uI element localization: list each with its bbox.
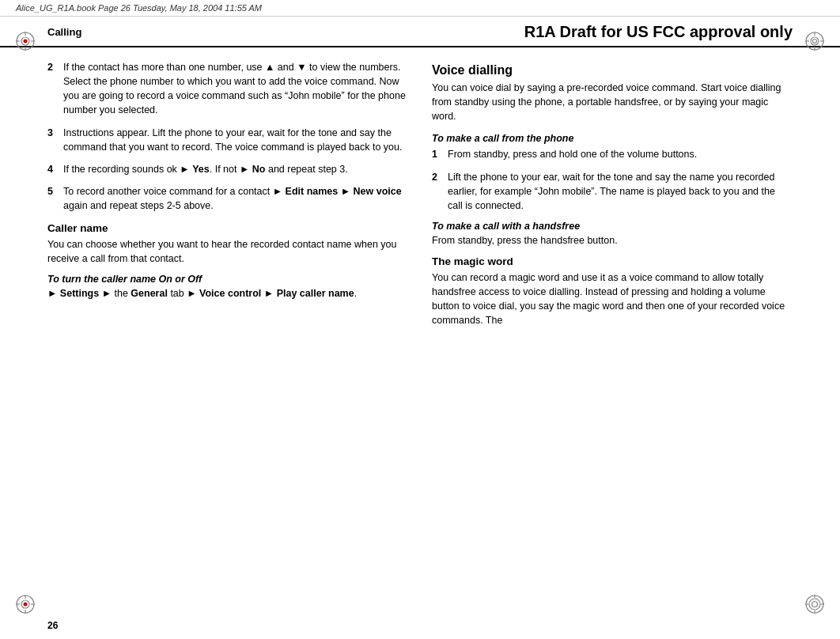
voice-dialling-body: You can voice dial by saying a pre-recor…: [432, 81, 793, 123]
svg-point-13: [813, 40, 817, 43]
list-item-4: 4 If the recording sounds ok ► Yes. If n…: [47, 162, 408, 176]
item-text-4: If the recording sounds ok ► Yes. If not…: [63, 162, 408, 176]
make-call-handsfree-section: To make a call with a handsfree From sta…: [432, 221, 793, 248]
item-text-5: To record another voice command for a co…: [63, 184, 408, 213]
main-content: 2 If the contact has more than one numbe…: [0, 47, 840, 352]
list-item-3: 3 Instructions appear. Lift the phone to…: [47, 126, 408, 154]
make-call-phone-heading: To make a call from the phone: [432, 133, 793, 144]
item-text-3: Instructions appear. Lift the phone to y…: [63, 126, 408, 154]
caller-name-section: Caller name You can choose whether you w…: [47, 222, 408, 301]
corner-decoration-tr: [804, 30, 826, 52]
call-phone-text-1: From standby, press and hold one of the …: [448, 147, 793, 161]
call-phone-num-2: 2: [432, 170, 443, 213]
corner-decoration-bl: [14, 593, 36, 615]
section-title: Calling: [47, 26, 81, 38]
magic-word-section: The magic word You can record a magic wo…: [432, 255, 793, 328]
svg-point-23: [812, 602, 818, 607]
magic-word-heading: The magic word: [432, 255, 793, 267]
svg-point-8: [811, 37, 819, 45]
list-item-5: 5 To record another voice command for a …: [47, 184, 408, 213]
caller-name-to-body: ► Settings ► the General tab ► Voice con…: [47, 286, 408, 301]
item-number-5: 5: [47, 184, 59, 213]
book-info: Alice_UG_R1A.book Page 26 Tuesday, May 1…: [16, 3, 262, 13]
item-number-4: 4: [47, 162, 59, 176]
right-column: Voice dialling You can voice dial by say…: [432, 60, 793, 336]
corner-decoration-br: [804, 593, 826, 615]
make-call-handsfree-body: From standby, press the handsfree button…: [432, 233, 793, 248]
item-number-2: 2: [47, 60, 59, 118]
page-title: R1A Draft for US FCC approval only: [524, 23, 793, 41]
make-call-handsfree-heading: To make a call with a handsfree: [432, 221, 793, 232]
voice-dialling-section: Voice dialling You can voice dial by say…: [432, 63, 793, 123]
left-column: 2 If the contact has more than one numbe…: [47, 60, 408, 336]
make-call-phone-section: To make a call from the phone 1 From sta…: [432, 133, 793, 213]
voice-dialling-heading: Voice dialling: [432, 63, 793, 78]
call-phone-num-1: 1: [432, 147, 443, 161]
caller-name-body: You can choose whether you want to hear …: [47, 237, 408, 266]
caller-name-to-heading: To turn the caller name On or Off: [47, 274, 408, 285]
corner-decoration-tl: [14, 30, 36, 52]
item-text-2: If the contact has more than one number,…: [63, 60, 408, 118]
svg-point-21: [806, 596, 823, 613]
call-phone-item-2: 2 Lift the phone to your ear, wait for t…: [432, 170, 793, 213]
page-header: Calling R1A Draft for US FCC approval on…: [0, 17, 840, 47]
svg-point-20: [24, 603, 28, 607]
svg-point-6: [24, 40, 28, 43]
top-bar: Alice_UG_R1A.book Page 26 Tuesday, May 1…: [0, 0, 840, 17]
call-phone-item-1: 1 From standby, press and hold one of th…: [432, 147, 793, 161]
magic-word-body: You can record a magic word and use it a…: [432, 270, 793, 328]
list-item-2: 2 If the contact has more than one numbe…: [47, 60, 408, 118]
call-phone-text-2: Lift the phone to your ear, wait for the…: [448, 170, 793, 213]
caller-name-heading: Caller name: [47, 222, 408, 234]
page: Alice_UG_R1A.book Page 26 Tuesday, May 1…: [0, 0, 840, 639]
svg-point-22: [809, 599, 820, 610]
item-number-3: 3: [47, 126, 59, 154]
page-number: 26: [47, 620, 58, 631]
r1a-label: R1A Draft for US FCC approval only: [524, 23, 793, 40]
